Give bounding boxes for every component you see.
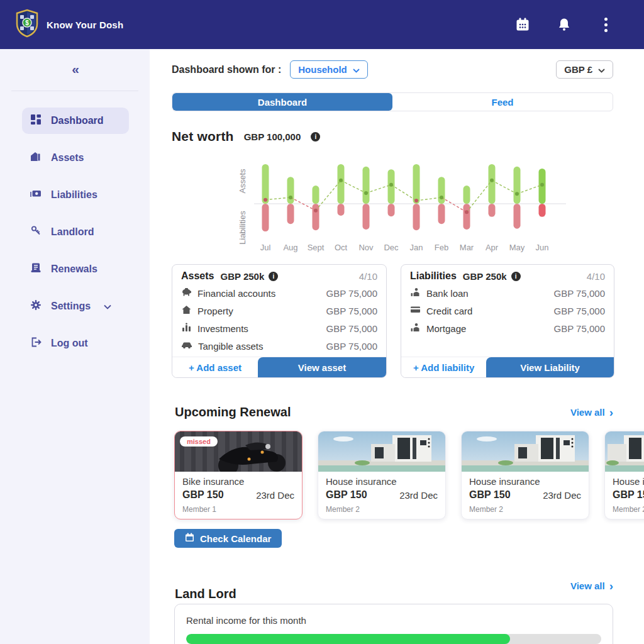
rental-progress-fill bbox=[186, 634, 510, 644]
chevron-down-icon bbox=[353, 64, 360, 75]
house-image bbox=[605, 431, 644, 472]
sidebar: « Dashboard Assets bbox=[0, 49, 150, 644]
svg-text:Mar: Mar bbox=[460, 243, 474, 252]
networth-value: GBP 100,000 bbox=[244, 131, 301, 142]
svg-text:$: $ bbox=[25, 19, 29, 26]
sidebar-item-label: Assets bbox=[51, 152, 84, 164]
currency-selector[interactable]: GBP £ bbox=[556, 60, 613, 79]
sidebar-item-dashboard[interactable]: Dashboard bbox=[22, 108, 129, 134]
liability-row-mortgage[interactable]: Mortgage GBP 75,000 bbox=[410, 319, 605, 337]
household-selector[interactable]: Household bbox=[290, 60, 368, 79]
sidebar-item-label: Log out bbox=[51, 338, 88, 349]
svg-text:Assets: Assets bbox=[238, 169, 247, 194]
sidebar-item-landlord[interactable]: Landlord bbox=[22, 219, 129, 245]
svg-text:Jun: Jun bbox=[536, 243, 549, 252]
svg-text:Aug: Aug bbox=[283, 243, 297, 252]
asset-row-financial-accounts[interactable]: Financial accounts GBP 75,000 bbox=[181, 284, 377, 302]
house-image bbox=[318, 431, 445, 472]
asset-row-property[interactable]: Property GBP 75,000 bbox=[181, 302, 377, 319]
check-calendar-button[interactable]: Check Calendar bbox=[174, 529, 282, 548]
networth-chart-svg: JulAugSeptOctNovDecJanFebMarAprMayJunAss… bbox=[236, 155, 574, 258]
dashboard-shown-for-label: Dashboard shown for : bbox=[172, 64, 281, 75]
sidebar-item-liabilities[interactable]: Liabilities bbox=[22, 182, 129, 208]
svg-text:Jul: Jul bbox=[260, 243, 271, 252]
landlord-view-all-link[interactable]: View all › bbox=[570, 580, 613, 591]
liabilities-banknote-icon bbox=[30, 188, 42, 202]
rental-income-card: Rental income for this month bbox=[174, 604, 613, 644]
upcoming-renewal-title: Upcoming Renewal bbox=[175, 405, 291, 419]
svg-text:Jan: Jan bbox=[410, 243, 423, 252]
sidebar-item-renewals[interactable]: Renewals bbox=[22, 256, 129, 282]
svg-text:Feb: Feb bbox=[435, 243, 448, 252]
renewal-card-house-insurance[interactable]: House insurance GBP 150 23rd Dec Member … bbox=[318, 431, 446, 519]
app-title: Know Your Dosh bbox=[47, 19, 123, 30]
missed-badge: missed bbox=[180, 436, 218, 447]
settings-gear-icon bbox=[30, 299, 42, 313]
bank-loan-icon bbox=[410, 287, 421, 299]
liability-row-bank-loan[interactable]: Bank loan GBP 75,000 bbox=[410, 284, 605, 302]
notifications-bell-icon[interactable] bbox=[556, 16, 572, 33]
chevron-right-icon: › bbox=[609, 582, 613, 591]
svg-text:Nov: Nov bbox=[358, 243, 374, 252]
assets-card-title: Assets bbox=[181, 270, 214, 282]
sidebar-item-assets[interactable]: Assets bbox=[22, 145, 129, 171]
svg-text:Oct: Oct bbox=[335, 243, 348, 252]
tab-dashboard[interactable]: Dashboard bbox=[172, 93, 392, 111]
calendar-icon bbox=[185, 533, 194, 544]
app-logo[interactable]: $ Know Your Dosh bbox=[14, 9, 123, 40]
rental-progress-bar bbox=[186, 634, 601, 644]
add-asset-button[interactable]: + Add asset bbox=[172, 357, 258, 377]
liabilities-card-amount: GBP 250k bbox=[463, 271, 507, 282]
dashboard-grid-icon bbox=[30, 114, 42, 128]
liabilities-card-title: Liabilities bbox=[410, 270, 457, 282]
chevron-right-icon: › bbox=[609, 408, 613, 417]
view-asset-button[interactable]: View asset bbox=[258, 357, 386, 377]
know-your-dosh-dashboard: $ Know Your Dosh bbox=[0, 0, 644, 644]
sidebar-collapse-icon[interactable]: « bbox=[0, 62, 150, 77]
add-liability-button[interactable]: + Add liability bbox=[401, 357, 486, 377]
calendar-icon[interactable] bbox=[514, 16, 531, 33]
sidebar-item-settings[interactable]: Settings bbox=[22, 293, 129, 319]
liability-row-credit-card[interactable]: Credit card GBP 75,000 bbox=[410, 302, 605, 319]
house-icon bbox=[181, 305, 192, 317]
svg-text:Dec: Dec bbox=[384, 243, 399, 252]
asset-row-tangible-assets[interactable]: Tangible assets GBP 75,000 bbox=[181, 337, 377, 355]
liabilities-card-count: 4/10 bbox=[587, 271, 605, 282]
tab-feed[interactable]: Feed bbox=[392, 93, 613, 111]
svg-text:Liabilities: Liabilities bbox=[238, 211, 247, 245]
sidebar-item-label: Dashboard bbox=[51, 115, 104, 126]
dashboard-feed-tabs: Dashboard Feed bbox=[172, 92, 613, 111]
logout-icon bbox=[30, 336, 42, 350]
sidebar-item-label: Landlord bbox=[51, 226, 94, 238]
svg-text:Sept: Sept bbox=[308, 243, 325, 252]
rental-income-label: Rental income for this month bbox=[186, 615, 601, 626]
svg-text:May: May bbox=[509, 243, 525, 252]
renewals-view-all-link[interactable]: View all › bbox=[570, 407, 613, 418]
sidebar-item-label: Settings bbox=[51, 301, 91, 312]
info-icon[interactable]: i bbox=[511, 272, 521, 281]
info-icon[interactable]: i bbox=[311, 132, 320, 142]
sidebar-divider bbox=[11, 91, 138, 91]
landlord-key-icon bbox=[30, 225, 42, 239]
assets-card-amount: GBP 250k bbox=[220, 271, 264, 282]
chevron-down-icon bbox=[598, 64, 605, 75]
asset-row-investments[interactable]: Investments GBP 75,000 bbox=[181, 319, 377, 337]
svg-text:Apr: Apr bbox=[486, 243, 499, 252]
sidebar-item-label: Renewals bbox=[51, 264, 97, 275]
more-menu-icon[interactable] bbox=[597, 16, 614, 33]
assets-summary-card: Assets GBP 250k i 4/10 Financial account… bbox=[172, 264, 387, 378]
sidebar-item-logout[interactable]: Log out bbox=[22, 330, 129, 357]
renewal-card-house-insurance[interactable]: House insurance GBP 150 23rd Dec Member … bbox=[604, 431, 644, 519]
renewal-card-house-insurance[interactable]: House insurance GBP 150 23rd Dec Member … bbox=[461, 431, 589, 519]
shield-logo-icon: $ bbox=[14, 9, 40, 40]
main-content: Dashboard shown for : Household GBP £ Da… bbox=[150, 49, 644, 644]
info-icon[interactable]: i bbox=[269, 272, 278, 281]
renewal-card-bike-insurance[interactable]: missed Bike insurance GBP 150 23rd Dec M… bbox=[174, 431, 303, 519]
chevron-down-icon bbox=[104, 301, 111, 312]
credit-card-icon bbox=[410, 305, 421, 316]
networth-title: Net worth bbox=[172, 129, 234, 144]
view-liability-button[interactable]: View Liability bbox=[486, 357, 614, 377]
assets-house-icon bbox=[30, 151, 42, 165]
sidebar-item-label: Liabilities bbox=[51, 189, 97, 201]
house-image bbox=[462, 431, 589, 472]
